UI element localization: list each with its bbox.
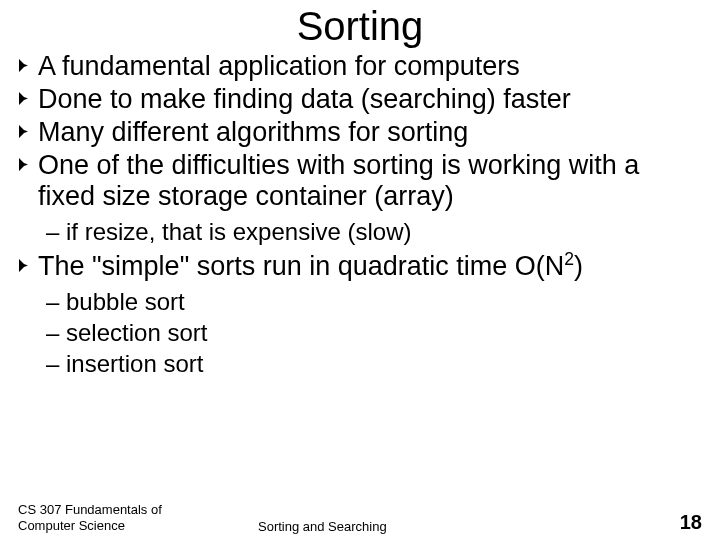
sub-item: – bubble sort [46,287,702,317]
bullet-item: Done to make finding data (searching) fa… [18,84,702,116]
bullet-text-pre: The "simple" sorts run in quadratic time… [38,251,564,281]
bullet-text: Many different algorithms for sorting [36,117,702,149]
bullet-icon [18,51,36,73]
bullet-text: The "simple" sorts run in quadratic time… [36,251,702,283]
bullet-item: The "simple" sorts run in quadratic time… [18,251,702,283]
footer-topic: Sorting and Searching [198,519,642,534]
sub-item: – if resize, that is expensive (slow) [46,217,702,247]
footer-left: CS 307 Fundamentals of Computer Science [18,502,198,535]
bullet-text: A fundamental application for computers [36,51,702,83]
slide: Sorting A fundamental application for co… [0,0,720,540]
bullet-text: Done to make finding data (searching) fa… [36,84,702,116]
bullet-item: One of the difficulties with sorting is … [18,150,702,214]
bullet-item: Many different algorithms for sorting [18,117,702,149]
bullet-text-post: ) [574,251,583,281]
bullet-icon [18,117,36,139]
bullet-item: A fundamental application for computers [18,51,702,83]
page-number: 18 [642,511,702,534]
sub-list: – if resize, that is expensive (slow) [46,217,702,247]
sub-item: – insertion sort [46,349,702,379]
slide-body: A fundamental application for computers … [18,51,702,379]
slide-footer: CS 307 Fundamentals of Computer Science … [0,502,720,535]
bullet-text: One of the difficulties with sorting is … [36,150,702,214]
sub-list: – bubble sort – selection sort – inserti… [46,287,702,379]
bullet-icon [18,84,36,106]
sub-item: – selection sort [46,318,702,348]
superscript: 2 [564,249,574,269]
bullet-icon [18,251,36,273]
slide-title: Sorting [18,4,702,49]
bullet-icon [18,150,36,172]
footer-course-line2: Computer Science [18,518,198,534]
footer-course-line1: CS 307 Fundamentals of [18,502,198,518]
